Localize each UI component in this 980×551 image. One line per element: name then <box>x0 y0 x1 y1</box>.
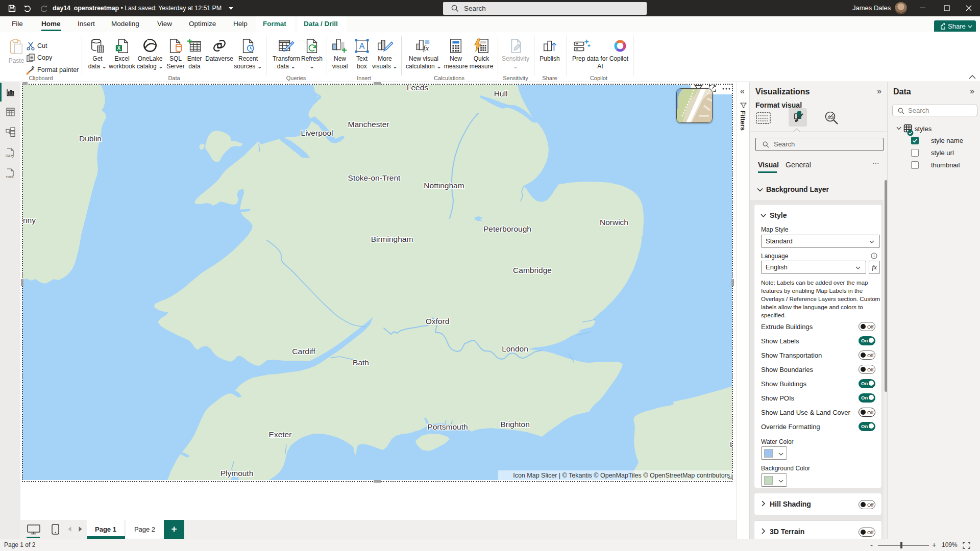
svg-text:A: A <box>359 42 365 51</box>
svg-text:Hull: Hull <box>494 89 508 98</box>
svg-text:Birmingham: Birmingham <box>371 235 413 243</box>
svg-text:Cardiff: Cardiff <box>292 347 315 356</box>
svg-text:Manchester: Manchester <box>348 120 389 129</box>
svg-text:Icon Map Slicer | © Tekantis ©: Icon Map Slicer | © Tekantis © OpenMapTi… <box>513 472 730 479</box>
svg-text:X: X <box>117 45 120 51</box>
svg-text:Liverpool: Liverpool <box>301 129 333 137</box>
svg-text:Oxford: Oxford <box>426 317 450 325</box>
svg-text:Plymouth: Plymouth <box>220 469 254 478</box>
svg-text:Dublin: Dublin <box>79 134 102 143</box>
svg-text:Stoke-on-Trent: Stoke-on-Trent <box>348 173 401 182</box>
svg-text:Peterborough: Peterborough <box>483 224 531 233</box>
svg-text:London: London <box>502 344 528 353</box>
svg-text:Bath: Bath <box>353 358 369 367</box>
svg-text:DAX: DAX <box>6 154 13 158</box>
svg-text:Nottingham: Nottingham <box>424 181 464 190</box>
svg-text:TMDL: TMDL <box>6 176 14 179</box>
svg-text:Cambridge: Cambridge <box>513 266 552 274</box>
svg-text:Leeds: Leeds <box>407 85 428 92</box>
svg-text:fx: fx <box>423 44 429 52</box>
svg-text:Norwich: Norwich <box>600 218 628 227</box>
svg-text:Exeter: Exeter <box>269 430 292 439</box>
svg-text:Portsmouth: Portsmouth <box>427 422 468 431</box>
svg-text:nny: nny <box>23 216 36 224</box>
svg-text:Brighton: Brighton <box>500 420 530 429</box>
